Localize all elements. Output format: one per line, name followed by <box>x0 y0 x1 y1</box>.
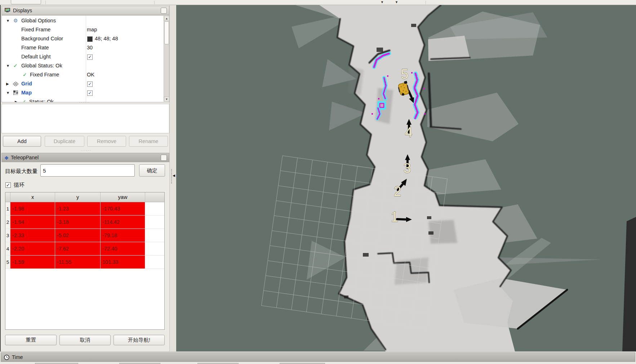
row-number: 1 <box>5 202 10 215</box>
tree-row-frame-rate[interactable]: Frame Rate 30 <box>2 44 163 53</box>
collapse-panel-icon[interactable]: ◀ <box>173 174 175 177</box>
goal-table-row[interactable]: 1 -1.98 -1.23 -170.43 <box>5 202 164 216</box>
tree-row-default-light[interactable]: Default Light ✓ <box>2 53 163 62</box>
remove-display-button[interactable]: Remove <box>87 136 126 147</box>
displays-tree[interactable]: ▼ ⚙ Global Options Fixed Frame map Backg… <box>1 15 169 102</box>
top-toolbar: ▼ ▼ <box>0 0 636 5</box>
goal-y-cell[interactable]: -11.55 <box>55 256 101 268</box>
toolbar-dropdown-icon[interactable]: ▼ <box>381 0 384 4</box>
goal-yaw-cell[interactable]: -170.43 <box>101 202 145 215</box>
render-viewport[interactable]: 1 2 3 4 5 <box>176 5 636 351</box>
confirm-button[interactable]: 确定 <box>139 164 165 177</box>
goal-yaw-cell[interactable]: -114.42 <box>101 216 145 228</box>
display-description-box <box>1 104 169 133</box>
expander-closed-icon[interactable]: ▶ <box>15 100 18 102</box>
background-color-value[interactable]: 48; 48; 48 <box>95 36 118 41</box>
clock-icon <box>4 355 9 360</box>
goal-x-cell[interactable]: -1.98 <box>10 202 55 215</box>
row-number: 3 <box>5 229 10 242</box>
goal-table-row[interactable]: 5 -1.59 -11.55 101.33 <box>5 256 164 269</box>
time-panel-header: Time <box>1 352 635 362</box>
rename-display-button[interactable]: Rename <box>129 136 168 147</box>
fixed-frame-value[interactable]: map <box>87 27 97 32</box>
loop-checkbox[interactable]: ✓ <box>5 182 11 188</box>
expander-open-icon[interactable]: ▼ <box>6 91 10 95</box>
tree-row-fixed-frame[interactable]: Fixed Frame map <box>2 26 163 35</box>
fixed-frame-status-value: OK <box>87 72 94 77</box>
panel-divider[interactable]: ◀ <box>169 5 176 351</box>
tree-row-map[interactable]: ▼ Map ✓ <box>2 89 163 98</box>
divider-handle[interactable] <box>171 169 172 183</box>
goal-table-row[interactable]: 3 -2.33 -5.02 -79.18 <box>5 229 164 242</box>
time-panel-title: Time <box>12 354 23 360</box>
goal-y-cell[interactable]: -3.18 <box>55 216 101 228</box>
toolbar-separator <box>426 1 426 4</box>
goal-table-row[interactable]: 2 -1.94 -3.18 -114.42 <box>5 216 164 229</box>
tree-row-background-color[interactable]: Background Color 48; 48; 48 <box>2 35 163 44</box>
tree-label: Global Options <box>21 18 56 23</box>
loop-label: 循环 <box>14 182 25 188</box>
scrollbar-thumb[interactable] <box>164 21 169 44</box>
waypoint-marker-3: 3 <box>403 161 411 176</box>
scroll-up-icon[interactable]: ▲ <box>164 16 169 21</box>
expander-closed-icon[interactable]: ▶ <box>6 82 9 86</box>
goal-x-cell[interactable]: -1.94 <box>10 216 55 228</box>
goal-y-cell[interactable]: -5.02 <box>55 229 101 242</box>
row-number: 2 <box>5 216 10 228</box>
goal-yaw-cell[interactable]: -79.18 <box>101 229 145 242</box>
panel-float-button[interactable] <box>161 8 167 14</box>
goal-yaw-cell[interactable]: 101.33 <box>101 256 145 268</box>
tree-row-global-status[interactable]: ▼ ✓ Global Status: Ok <box>2 62 163 71</box>
splitter-handle[interactable]: ······ <box>81 148 92 152</box>
goal-x-cell[interactable]: -1.59 <box>10 256 55 268</box>
tree-row-grid[interactable]: ▶ Grid ✓ <box>2 80 163 89</box>
grid-enabled-checkbox[interactable]: ✓ <box>87 81 93 87</box>
goal-x-cell[interactable]: -2.33 <box>10 229 55 242</box>
toolbar-button[interactable] <box>11 0 41 4</box>
toolbar-dropdown-icon[interactable]: ▼ <box>395 0 398 4</box>
expander-open-icon[interactable]: ▼ <box>6 19 10 23</box>
goal-table-header: x y yaw <box>5 192 164 202</box>
frame-rate-value[interactable]: 30 <box>87 45 93 50</box>
add-display-button[interactable]: Add <box>3 136 41 147</box>
table-corner-cell <box>5 192 10 202</box>
default-light-checkbox[interactable]: ✓ <box>87 54 93 60</box>
waypoint-marker-1: 1 <box>391 209 398 225</box>
goal-y-cell[interactable]: -7.62 <box>55 242 101 255</box>
loop-option-row: ✓ 循环 <box>5 182 25 188</box>
panel-float-button[interactable] <box>161 155 167 161</box>
goal-y-cell[interactable]: -1.23 <box>55 202 101 215</box>
map-display-icon <box>13 90 18 95</box>
goal-table-row[interactable]: 4 -2.20 -7.62 -72.40 <box>5 242 164 256</box>
goal-x-cell[interactable]: -2.20 <box>10 242 55 255</box>
tree-row-fixed-frame-status[interactable]: ✓ Fixed Frame OK <box>2 71 163 80</box>
reset-button[interactable]: 重置 <box>5 335 57 345</box>
goal-table[interactable]: x y yaw 1 -1.98 -1.23 -170.43 2 -1.94 -3… <box>5 192 165 330</box>
goal-count-input[interactable]: 5 <box>40 164 135 177</box>
tree-label: Fixed Frame <box>21 27 50 32</box>
left-panel-column: Displays ▼ ⚙ Global Options Fixed Frame … <box>0 5 169 351</box>
tree-label: Background Color <box>21 36 63 41</box>
map-free-space-side-room <box>428 36 470 61</box>
tree-scrollbar[interactable]: ▲ ▼ <box>164 16 169 102</box>
goal-yaw-cell[interactable]: -72.40 <box>101 242 145 255</box>
scroll-down-icon[interactable]: ▼ <box>164 97 169 102</box>
cancel-button[interactable]: 取消 <box>59 335 111 345</box>
toolbar-separator <box>154 1 155 4</box>
color-swatch[interactable] <box>87 36 93 42</box>
status-ok-check-icon: ✓ <box>23 72 27 77</box>
expander-open-icon[interactable]: ▼ <box>6 64 10 68</box>
map-enabled-checkbox[interactable]: ✓ <box>87 90 93 96</box>
tree-label: Fixed Frame <box>30 72 59 77</box>
column-header-x: x <box>10 192 55 202</box>
start-navigation-button[interactable]: 开始导航! <box>114 335 165 345</box>
column-header-filler <box>145 192 164 202</box>
duplicate-display-button[interactable]: Duplicate <box>45 136 84 147</box>
status-ok-check-icon: ✓ <box>13 63 18 68</box>
status-ok-check-icon: ✓ <box>22 99 26 102</box>
tree-row-global-options[interactable]: ▼ ⚙ Global Options <box>2 17 163 26</box>
grid-display-icon <box>13 82 18 86</box>
waypoint-marker-2: 2 <box>393 184 401 199</box>
occupancy-grid-map: 1 2 3 4 5 <box>176 5 636 351</box>
displays-panel-header: Displays <box>1 6 169 15</box>
